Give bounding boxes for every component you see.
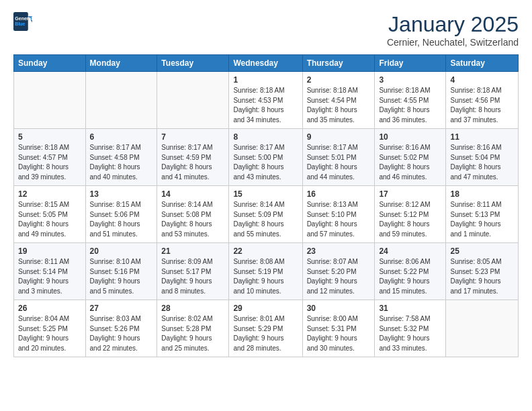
- day-info: Sunrise: 8:14 AM Sunset: 5:09 PM Dayligh…: [233, 200, 298, 239]
- calendar-week-3: 12Sunrise: 8:15 AM Sunset: 5:05 PM Dayli…: [14, 186, 519, 243]
- weekday-header-tuesday: Tuesday: [157, 55, 229, 72]
- day-number: 18: [450, 189, 514, 199]
- calendar-cell: 30Sunrise: 8:00 AM Sunset: 5:31 PM Dayli…: [302, 300, 375, 357]
- day-info: Sunrise: 8:09 AM Sunset: 5:17 PM Dayligh…: [161, 257, 224, 296]
- calendar-cell: 12Sunrise: 8:15 AM Sunset: 5:05 PM Dayli…: [14, 186, 86, 243]
- title-block: January 2025 Cernier, Neuchatel, Switzer…: [387, 12, 519, 48]
- calendar-cell: 15Sunrise: 8:14 AM Sunset: 5:09 PM Dayli…: [229, 186, 302, 243]
- day-info: Sunrise: 8:17 AM Sunset: 5:01 PM Dayligh…: [307, 143, 371, 182]
- month-title: January 2025: [387, 12, 519, 37]
- day-number: 7: [161, 132, 224, 142]
- day-info: Sunrise: 8:03 AM Sunset: 5:26 PM Dayligh…: [90, 314, 153, 353]
- day-info: Sunrise: 8:17 AM Sunset: 4:58 PM Dayligh…: [90, 143, 153, 182]
- calendar-cell: 2Sunrise: 8:18 AM Sunset: 4:54 PM Daylig…: [302, 72, 375, 129]
- day-number: 2: [307, 75, 371, 85]
- calendar-cell: [446, 300, 519, 357]
- calendar-cell: 20Sunrise: 8:10 AM Sunset: 5:16 PM Dayli…: [85, 243, 157, 300]
- day-number: 29: [233, 304, 298, 313]
- weekday-header-saturday: Saturday: [446, 55, 519, 72]
- calendar-cell: 22Sunrise: 8:08 AM Sunset: 5:19 PM Dayli…: [229, 243, 302, 300]
- page: General Blue January 2025 Cernier, Neuch…: [0, 0, 532, 411]
- calendar-cell: 19Sunrise: 8:11 AM Sunset: 5:14 PM Dayli…: [14, 243, 86, 300]
- day-info: Sunrise: 8:14 AM Sunset: 5:08 PM Dayligh…: [161, 200, 224, 239]
- calendar-table: SundayMondayTuesdayWednesdayThursdayFrid…: [13, 54, 519, 357]
- calendar-cell: 10Sunrise: 8:16 AM Sunset: 5:02 PM Dayli…: [375, 129, 446, 186]
- header: General Blue January 2025 Cernier, Neuch…: [13, 12, 519, 48]
- day-number: 21: [161, 246, 224, 256]
- day-number: 16: [307, 189, 371, 199]
- weekday-header-thursday: Thursday: [302, 55, 375, 72]
- calendar-cell: 11Sunrise: 8:16 AM Sunset: 5:04 PM Dayli…: [446, 129, 519, 186]
- calendar-week-1: 1Sunrise: 8:18 AM Sunset: 4:53 PM Daylig…: [14, 72, 519, 129]
- calendar-cell: 28Sunrise: 8:02 AM Sunset: 5:28 PM Dayli…: [157, 300, 229, 357]
- day-info: Sunrise: 8:11 AM Sunset: 5:14 PM Dayligh…: [18, 257, 81, 296]
- day-info: Sunrise: 8:11 AM Sunset: 5:13 PM Dayligh…: [450, 200, 514, 239]
- day-number: 15: [233, 189, 298, 199]
- day-number: 24: [379, 246, 441, 256]
- calendar-cell: [14, 72, 86, 129]
- weekday-header-sunday: Sunday: [14, 55, 86, 72]
- day-number: 3: [379, 75, 441, 85]
- day-number: 12: [18, 189, 81, 199]
- day-number: 22: [233, 246, 298, 256]
- day-number: 6: [90, 132, 153, 142]
- calendar-cell: 3Sunrise: 8:18 AM Sunset: 4:55 PM Daylig…: [375, 72, 446, 129]
- day-info: Sunrise: 8:18 AM Sunset: 4:54 PM Dayligh…: [307, 86, 371, 125]
- day-number: 14: [161, 189, 224, 199]
- day-info: Sunrise: 8:04 AM Sunset: 5:25 PM Dayligh…: [18, 314, 81, 353]
- calendar-cell: 16Sunrise: 8:13 AM Sunset: 5:10 PM Dayli…: [302, 186, 375, 243]
- calendar-cell: [85, 72, 157, 129]
- calendar-week-2: 5Sunrise: 8:18 AM Sunset: 4:57 PM Daylig…: [14, 129, 519, 186]
- day-info: Sunrise: 8:18 AM Sunset: 4:53 PM Dayligh…: [233, 86, 298, 125]
- day-number: 19: [18, 246, 81, 256]
- calendar-cell: 9Sunrise: 8:17 AM Sunset: 5:01 PM Daylig…: [302, 129, 375, 186]
- calendar-cell: 25Sunrise: 8:05 AM Sunset: 5:23 PM Dayli…: [446, 243, 519, 300]
- calendar-cell: 6Sunrise: 8:17 AM Sunset: 4:58 PM Daylig…: [85, 129, 157, 186]
- calendar-cell: 7Sunrise: 8:17 AM Sunset: 4:59 PM Daylig…: [157, 129, 229, 186]
- day-info: Sunrise: 8:12 AM Sunset: 5:12 PM Dayligh…: [379, 200, 441, 239]
- logo-icon: General Blue: [13, 12, 32, 31]
- calendar-cell: 1Sunrise: 8:18 AM Sunset: 4:53 PM Daylig…: [229, 72, 302, 129]
- day-info: Sunrise: 8:13 AM Sunset: 5:10 PM Dayligh…: [307, 200, 371, 239]
- day-info: Sunrise: 8:15 AM Sunset: 5:05 PM Dayligh…: [18, 200, 81, 239]
- svg-text:Blue: Blue: [15, 21, 25, 26]
- calendar-week-5: 26Sunrise: 8:04 AM Sunset: 5:25 PM Dayli…: [14, 300, 519, 357]
- day-info: Sunrise: 8:05 AM Sunset: 5:23 PM Dayligh…: [450, 257, 514, 296]
- day-info: Sunrise: 8:07 AM Sunset: 5:20 PM Dayligh…: [307, 257, 371, 296]
- day-number: 17: [379, 189, 441, 199]
- day-info: Sunrise: 8:15 AM Sunset: 5:06 PM Dayligh…: [90, 200, 153, 239]
- day-info: Sunrise: 7:58 AM Sunset: 5:32 PM Dayligh…: [379, 314, 441, 353]
- weekday-header-monday: Monday: [85, 55, 157, 72]
- day-info: Sunrise: 8:01 AM Sunset: 5:29 PM Dayligh…: [233, 314, 298, 353]
- day-number: 23: [307, 246, 371, 256]
- weekday-header-friday: Friday: [375, 55, 446, 72]
- day-info: Sunrise: 8:16 AM Sunset: 5:02 PM Dayligh…: [379, 143, 441, 182]
- day-number: 28: [161, 304, 224, 313]
- day-number: 20: [90, 246, 153, 256]
- day-number: 9: [307, 132, 371, 142]
- logo: General Blue: [13, 12, 35, 31]
- day-info: Sunrise: 8:10 AM Sunset: 5:16 PM Dayligh…: [90, 257, 153, 296]
- weekday-header-row: SundayMondayTuesdayWednesdayThursdayFrid…: [14, 55, 519, 72]
- day-number: 30: [307, 304, 371, 313]
- day-info: Sunrise: 8:18 AM Sunset: 4:57 PM Dayligh…: [18, 143, 81, 182]
- day-number: 26: [18, 304, 81, 313]
- calendar-cell: 21Sunrise: 8:09 AM Sunset: 5:17 PM Dayli…: [157, 243, 229, 300]
- calendar-cell: 8Sunrise: 8:17 AM Sunset: 5:00 PM Daylig…: [229, 129, 302, 186]
- day-number: 31: [379, 304, 441, 313]
- calendar-cell: 17Sunrise: 8:12 AM Sunset: 5:12 PM Dayli…: [375, 186, 446, 243]
- weekday-header-wednesday: Wednesday: [229, 55, 302, 72]
- calendar-cell: 26Sunrise: 8:04 AM Sunset: 5:25 PM Dayli…: [14, 300, 86, 357]
- day-number: 11: [450, 132, 514, 142]
- day-info: Sunrise: 8:08 AM Sunset: 5:19 PM Dayligh…: [233, 257, 298, 296]
- svg-text:General: General: [15, 16, 32, 21]
- day-number: 5: [18, 132, 81, 142]
- day-number: 27: [90, 304, 153, 313]
- day-number: 8: [233, 132, 298, 142]
- calendar-cell: 24Sunrise: 8:06 AM Sunset: 5:22 PM Dayli…: [375, 243, 446, 300]
- day-info: Sunrise: 8:18 AM Sunset: 4:55 PM Dayligh…: [379, 86, 441, 125]
- day-info: Sunrise: 8:17 AM Sunset: 4:59 PM Dayligh…: [161, 143, 224, 182]
- day-number: 10: [379, 132, 441, 142]
- day-info: Sunrise: 8:18 AM Sunset: 4:56 PM Dayligh…: [450, 86, 514, 125]
- calendar-cell: 4Sunrise: 8:18 AM Sunset: 4:56 PM Daylig…: [446, 72, 519, 129]
